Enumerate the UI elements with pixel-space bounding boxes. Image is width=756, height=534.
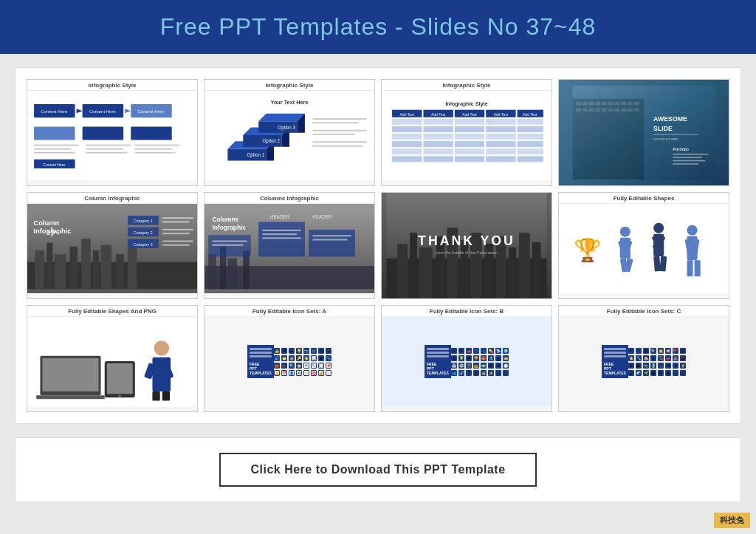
- icon-dot: 📱: [680, 355, 686, 361]
- svg-rect-53: [423, 119, 453, 125]
- slide-item-5[interactable]: Column Infographic: [27, 192, 198, 299]
- svg-rect-138: [162, 244, 190, 246]
- svg-rect-60: [486, 126, 515, 132]
- icon-dot: ○: [673, 370, 678, 376]
- icon-dot: 🎯: [311, 370, 317, 376]
- slide-item-11[interactable]: Fully Editable Icon Sets: B FREEPPTTEMPL…: [381, 305, 552, 412]
- slide-1-preview: Content Here Content Here Content Here: [27, 91, 197, 180]
- svg-rect-120: [93, 250, 99, 289]
- icon-dot: 🔍: [289, 363, 295, 369]
- icon-dot: 🔧: [311, 363, 317, 369]
- icon-dot: 📷: [303, 348, 309, 354]
- svg-rect-103: [634, 109, 639, 112]
- icon-dot: 🔗: [458, 370, 464, 376]
- slide-grid: Infographic Style Content Here Content H…: [27, 79, 729, 412]
- icon-dot: 🌱: [643, 370, 649, 376]
- svg-rect-87: [595, 102, 600, 105]
- svg-rect-56: [518, 119, 543, 125]
- svg-rect-143: [227, 259, 237, 290]
- watermark: 科技兔: [714, 513, 750, 528]
- sidebar-line: [604, 348, 626, 350]
- sidebar-brand: FREEPPTTEMPLATES: [427, 362, 449, 375]
- icon-dot: 📻: [473, 363, 479, 369]
- icon-dot: 🕐: [503, 363, 509, 369]
- icon-dot: ☀: [673, 363, 678, 369]
- slide-2-preview: Your Text Here Option 1 Option 2: [205, 91, 374, 180]
- slide-item-6[interactable]: Columns Infographic: [204, 192, 375, 299]
- icon-dot: 🍎: [274, 363, 280, 369]
- icon-dot: 🐾: [481, 348, 487, 354]
- icon-dot: □: [503, 370, 509, 376]
- header-subtitle: - Slides No 37~48: [388, 13, 596, 40]
- slide-item-2[interactable]: Infographic Style Your Text Here Option …: [204, 79, 375, 186]
- svg-rect-98: [602, 109, 607, 112]
- icon-dot: ☁: [628, 370, 634, 376]
- slide-5-preview: ✈ Column Infographic Category 1 Category…: [27, 204, 197, 293]
- slide-item-10[interactable]: Fully Editable Icon Sets: A FREEPPTTEMPL…: [204, 305, 375, 412]
- slide-11-sidebar: FREEPPTTEMPLATES: [425, 345, 451, 378]
- icon-dot: 🌍: [503, 348, 509, 354]
- icon-dot: ♻: [495, 363, 501, 369]
- svg-rect-77: [392, 156, 422, 162]
- icon-dot: ⚙: [318, 348, 324, 354]
- svg-text:Option 1: Option 1: [247, 152, 265, 158]
- svg-rect-100: [615, 109, 620, 112]
- sidebar-line: [604, 355, 626, 357]
- icon-dot: ⚡: [680, 363, 686, 369]
- svg-rect-15: [86, 148, 123, 150]
- svg-rect-16: [86, 152, 128, 154]
- slide-item-3[interactable]: Infographic Style Infographic Style Add …: [381, 79, 552, 186]
- icon-dot: ☁: [289, 348, 295, 354]
- slide-item-9[interactable]: Fully Editable Shapes And PNG: [27, 305, 198, 412]
- icon-dot: 🖨: [495, 355, 501, 361]
- icon-dot: ★: [658, 370, 664, 376]
- svg-text:Content Here: Content Here: [43, 162, 65, 167]
- svg-rect-137: [162, 241, 193, 242]
- slide-item-4[interactable]: AWESOME SLIDE COLOR ST YMR Portfolio: [558, 79, 729, 186]
- sidebar-line: [604, 352, 626, 354]
- svg-rect-156: [312, 239, 347, 240]
- icon-dot: ⚙: [451, 355, 457, 361]
- slide-2-label: Infographic Style: [205, 80, 374, 91]
- svg-text:SLIDE: SLIDE: [653, 125, 673, 132]
- svg-text:Infographic: Infographic: [33, 227, 71, 235]
- icon-dot: ⭐: [303, 355, 309, 361]
- slide-10-sidebar: FREEPPTTEMPLATES: [247, 345, 274, 378]
- icon-dot: 📅: [281, 370, 287, 376]
- icon-dot: 👥: [451, 370, 457, 376]
- icon-dot: ♂: [628, 348, 634, 354]
- sidebar-line: [427, 348, 449, 350]
- slide-grid-container: Infographic Style Content Here Content H…: [15, 67, 741, 424]
- icon-dot: 🎵: [473, 348, 479, 354]
- svg-rect-18: [134, 148, 171, 150]
- slide-item-8[interactable]: Fully Editable Shapes 🏆: [558, 192, 729, 299]
- slide-6-label: Columns Infographic: [205, 193, 374, 204]
- icon-dot: 📁: [281, 355, 287, 361]
- sidebar-brand: FREEPPTTEMPLATES: [250, 362, 272, 375]
- svg-rect-154: [262, 237, 300, 239]
- svg-rect-162: [410, 233, 417, 298]
- svg-marker-6: [77, 109, 83, 113]
- svg-rect-110: [673, 157, 701, 158]
- svg-point-203: [154, 340, 170, 356]
- svg-rect-141: [208, 254, 216, 289]
- slide-item-1[interactable]: Infographic Style Content Here Content H…: [27, 79, 198, 186]
- svg-text:HEADER: HEADER: [270, 214, 290, 219]
- svg-rect-149: [258, 222, 305, 256]
- icon-dot: ▶: [628, 363, 634, 369]
- download-button[interactable]: Click Here to Download This PPT Template: [219, 453, 536, 487]
- svg-rect-207: [152, 391, 159, 400]
- slide-item-12[interactable]: Fully Editable Icon Sets: C FREEPPTTEMPL…: [558, 305, 729, 412]
- svg-rect-106: [653, 134, 698, 135]
- svg-rect-74: [455, 148, 484, 154]
- svg-rect-39: [312, 141, 366, 143]
- icon-dot: 🏠: [296, 363, 302, 369]
- svg-rect-13: [34, 152, 75, 154]
- icon-dot: 👤: [289, 370, 295, 376]
- svg-marker-32: [258, 114, 305, 121]
- svg-rect-133: [162, 217, 193, 219]
- icon-dot: ✉: [281, 348, 287, 354]
- slide-item-7[interactable]: THANK YOU Insert the Subtitle of Your Pr…: [381, 192, 552, 299]
- svg-rect-94: [576, 109, 581, 112]
- svg-point-177: [620, 227, 630, 237]
